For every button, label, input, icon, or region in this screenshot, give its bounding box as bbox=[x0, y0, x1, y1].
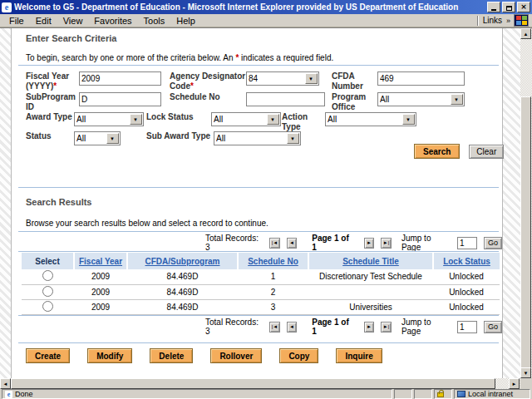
cell-schedule-no: 2 bbox=[238, 284, 308, 299]
window-title: Welcome to G5 - Department of Education … bbox=[14, 2, 485, 12]
select-record-radio[interactable] bbox=[42, 301, 53, 312]
col-select: Select bbox=[35, 257, 59, 266]
schedule-no-input[interactable] bbox=[246, 92, 325, 106]
last-page-button[interactable]: ►| bbox=[381, 322, 392, 332]
cell-lock-status: Unlocked bbox=[433, 284, 500, 299]
ie-page-icon: e bbox=[5, 391, 12, 398]
next-page-button[interactable]: ► bbox=[364, 238, 375, 249]
restore-button[interactable] bbox=[502, 2, 515, 12]
ie-app-icon: e bbox=[2, 2, 12, 12]
lock-status-select[interactable]: All bbox=[212, 113, 280, 126]
jump-to-page-input[interactable] bbox=[457, 321, 477, 333]
program-office-label: Program Office bbox=[332, 92, 377, 112]
pagination-top: Total Records: 3 |◄ ◄ Page 1 of 1 ► ►| J… bbox=[205, 234, 502, 252]
copy-button[interactable]: Copy bbox=[279, 348, 318, 363]
status-label: Status bbox=[26, 131, 74, 141]
restore-icon bbox=[506, 6, 512, 11]
go-button[interactable]: Go bbox=[484, 321, 502, 333]
modify-button[interactable]: Modify bbox=[87, 348, 132, 363]
close-button[interactable]: × bbox=[517, 2, 530, 12]
col-lock-status-sort-link[interactable]: Lock Status bbox=[443, 257, 490, 266]
cell-lock-status: Unlocked bbox=[433, 299, 500, 314]
browser-viewport: Enter Search Criteria To begin, search b… bbox=[0, 27, 532, 378]
go-button[interactable]: Go bbox=[484, 237, 502, 249]
next-page-button[interactable]: ► bbox=[364, 322, 375, 332]
lock-icon bbox=[437, 392, 444, 397]
minimize-button[interactable] bbox=[487, 2, 500, 12]
page-indicator: Page 1 of 1 bbox=[312, 318, 354, 336]
zone-pane: Local intranet bbox=[454, 389, 530, 399]
prev-page-button[interactable]: ◄ bbox=[287, 238, 298, 249]
divider bbox=[18, 187, 499, 188]
cell-fiscal-year: 2009 bbox=[74, 284, 127, 299]
scroll-left-button[interactable]: ◄ bbox=[0, 378, 11, 389]
menu-edit[interactable]: Edit bbox=[30, 15, 57, 27]
horizontal-scroll-thumb[interactable] bbox=[11, 378, 495, 389]
rollover-button[interactable]: Rollover bbox=[210, 348, 262, 363]
scroll-up-button[interactable]: ▲ bbox=[520, 28, 531, 39]
menu-help[interactable]: Help bbox=[170, 15, 201, 27]
cell-fiscal-year: 2009 bbox=[74, 269, 127, 284]
menu-favorites[interactable]: Favorites bbox=[88, 15, 137, 27]
last-page-button[interactable]: ►| bbox=[381, 238, 392, 249]
fiscal-year-label: Fiscal Year (YYYY)* bbox=[26, 71, 79, 91]
first-page-button[interactable]: |◄ bbox=[269, 322, 280, 332]
col-fiscal-year-sort-link[interactable]: Fiscal Year bbox=[79, 257, 122, 266]
title-bar: e Welcome to G5 - Department of Educatio… bbox=[0, 0, 532, 14]
subprogram-id-input[interactable] bbox=[79, 92, 161, 106]
scroll-right-button[interactable]: ► bbox=[509, 378, 520, 389]
delete-button[interactable]: Delete bbox=[150, 348, 193, 363]
cell-cfda-subprogram: 84.469D bbox=[127, 284, 238, 299]
award-type-select[interactable]: All bbox=[75, 113, 143, 126]
minimize-icon bbox=[491, 9, 496, 11]
menu-bar: File Edit View Favorites Tools Help Link… bbox=[0, 14, 532, 27]
col-cfda-subprogram-sort-link[interactable]: CFDA/Subprogram bbox=[145, 257, 220, 266]
cell-lock-status: Unlocked bbox=[433, 269, 500, 284]
col-schedule-title-sort-link[interactable]: Schedule Title bbox=[342, 257, 399, 266]
inquire-button[interactable]: Inquire bbox=[336, 348, 382, 363]
divider bbox=[18, 251, 499, 252]
jump-to-page-input[interactable] bbox=[457, 237, 477, 249]
award-type-label: Award Type bbox=[26, 112, 74, 122]
total-records-label: Total Records: 3 bbox=[205, 234, 263, 252]
lock-status-label: Lock Status bbox=[146, 112, 209, 122]
col-schedule-no-sort-link[interactable]: Schedule No bbox=[248, 257, 298, 266]
results-intro: Browse your search results below and sel… bbox=[26, 219, 268, 228]
first-page-button[interactable]: |◄ bbox=[269, 238, 280, 249]
prev-page-button[interactable]: ◄ bbox=[287, 322, 298, 332]
select-record-radio[interactable] bbox=[42, 270, 53, 281]
criteria-intro: To begin, search by one or more of the c… bbox=[26, 53, 333, 62]
sub-award-type-select[interactable]: All bbox=[214, 132, 300, 145]
menu-tools[interactable]: Tools bbox=[138, 15, 171, 27]
vertical-scroll-thumb[interactable] bbox=[520, 96, 531, 368]
links-toolbar[interactable]: Links bbox=[482, 16, 503, 25]
menu-view[interactable]: View bbox=[57, 15, 89, 27]
page-indicator: Page 1 of 1 bbox=[312, 234, 354, 252]
table-row: 2009 84.469D 1 Discretionary Test Schedu… bbox=[22, 269, 500, 284]
status-pane-empty bbox=[394, 389, 412, 399]
vertical-scrollbar[interactable]: ▲ ▼ bbox=[520, 28, 532, 378]
jump-to-page-label: Jump to Page bbox=[401, 234, 451, 252]
horizontal-scrollbar[interactable]: ◄ ► bbox=[0, 378, 520, 389]
page-content: Enter Search Criteria To begin, search b… bbox=[11, 28, 503, 378]
agency-designator-select[interactable]: 84 bbox=[247, 72, 318, 85]
scroll-down-button[interactable]: ▼ bbox=[520, 367, 531, 378]
divider bbox=[18, 315, 499, 316]
action-type-select[interactable]: All bbox=[326, 113, 416, 126]
select-record-radio[interactable] bbox=[42, 286, 53, 297]
fiscal-year-input[interactable] bbox=[79, 71, 161, 86]
search-button[interactable]: Search bbox=[414, 144, 460, 159]
cfda-number-input[interactable] bbox=[377, 71, 465, 86]
action-type-label: Action Type bbox=[282, 112, 325, 132]
program-office-select[interactable]: All bbox=[378, 93, 464, 106]
jump-to-page-label: Jump to Page bbox=[401, 318, 451, 336]
status-select[interactable]: All bbox=[75, 132, 120, 145]
table-row: 2009 84.469D 3 Universities Unlocked bbox=[22, 299, 500, 314]
close-icon: × bbox=[520, 3, 527, 11]
menu-file[interactable]: File bbox=[3, 15, 30, 27]
create-button[interactable]: Create bbox=[26, 348, 70, 363]
sub-award-type-label: Sub Award Type bbox=[146, 131, 213, 141]
intranet-zone-icon bbox=[457, 391, 466, 397]
clear-button[interactable]: Clear bbox=[469, 145, 504, 159]
chevron-right-icon[interactable]: » bbox=[506, 17, 510, 25]
